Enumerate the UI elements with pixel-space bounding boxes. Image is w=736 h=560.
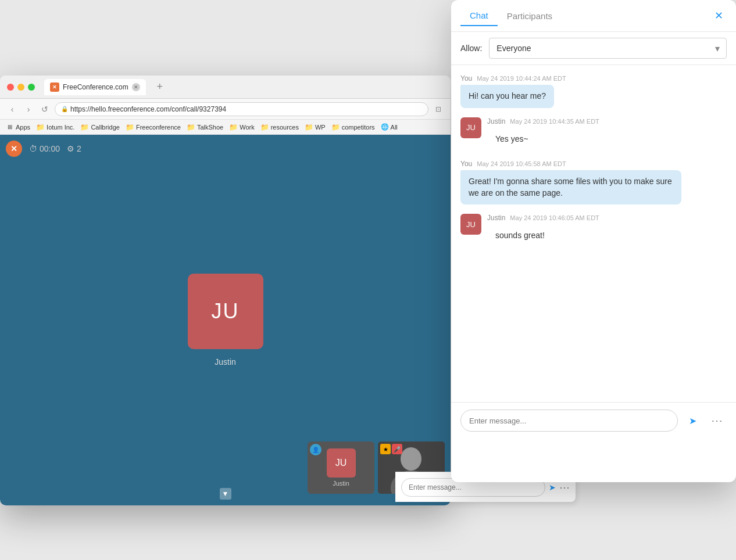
globe-icon: 🌐 bbox=[381, 123, 389, 131]
bookmark-iotum[interactable]: 📁 Iotum Inc. bbox=[36, 123, 74, 131]
sender-3: You bbox=[460, 160, 472, 168]
browser-toolbar: ‹ › ↺ 🔒 https://hello.freeconference.com… bbox=[0, 99, 451, 120]
messages-area: You May 24 2019 10:44:24 AM EDT Hi! can … bbox=[451, 65, 736, 402]
tab-favicon: ✕ bbox=[50, 82, 59, 92]
message-bubble-4: sounds great! bbox=[487, 224, 553, 247]
secondary-more-icon: ⋯ bbox=[559, 482, 570, 493]
screen-share-btn[interactable]: ⊡ bbox=[432, 103, 445, 116]
allow-select[interactable]: Everyone bbox=[489, 38, 727, 59]
minimize-traffic-light[interactable] bbox=[17, 84, 24, 91]
bookmark-work[interactable]: 📁 Work bbox=[229, 123, 254, 131]
time-2: May 24 2019 10:44:35 AM EDT bbox=[510, 118, 599, 125]
folder-icon: 📁 bbox=[187, 123, 195, 131]
thumbnail-name: Justin bbox=[333, 480, 349, 487]
sender-4: Justin bbox=[487, 214, 505, 222]
timer-icon: ⏱ bbox=[29, 144, 37, 153]
bookmark-resources[interactable]: 📁 resources bbox=[260, 123, 299, 131]
reload-btn[interactable]: ↺ bbox=[38, 103, 51, 116]
address-bar[interactable]: 🔒 https://hello.freeconference.com/conf/… bbox=[55, 102, 428, 116]
thumbnail-justin[interactable]: 👤 JU Justin bbox=[308, 441, 374, 494]
time-4: May 24 2019 10:46:05 AM EDT bbox=[510, 214, 599, 221]
conference-header: ✕ ⏱ 00:00 ⚙ 2 bbox=[6, 141, 81, 157]
bookmark-competitors[interactable]: 📁 competitors bbox=[331, 123, 375, 131]
message-meta-2: Justin May 24 2019 10:44:35 AM EDT bbox=[487, 117, 727, 125]
message-meta-4: Justin May 24 2019 10:46:05 AM EDT bbox=[487, 214, 727, 222]
conference-area: ✕ ⏱ 00:00 ⚙ 2 JU Justin 👤 JU Justin bbox=[0, 135, 451, 505]
new-tab-btn[interactable]: + bbox=[153, 80, 167, 94]
more-icon: ⋯ bbox=[711, 414, 723, 428]
browser-titlebar: ✕ FreeConference.com ✕ + bbox=[0, 76, 451, 99]
browser-tab[interactable]: ✕ FreeConference.com ✕ bbox=[44, 79, 146, 95]
message-bubble-1: Hi! can you hear me? bbox=[460, 85, 554, 108]
main-avatar-initials: JU bbox=[212, 299, 240, 324]
time-3: May 24 2019 10:45:58 AM EDT bbox=[477, 160, 566, 167]
secondary-more-btn[interactable]: ⋯ bbox=[559, 481, 570, 494]
message-meta-1: You May 24 2019 10:44:24 AM EDT bbox=[460, 74, 727, 82]
maximize-traffic-light[interactable] bbox=[28, 84, 35, 91]
timer-value: 00:00 bbox=[40, 144, 60, 153]
bookmark-wp[interactable]: 📁 WP bbox=[305, 123, 326, 131]
url-text: https://hello.freeconference.com/conf/ca… bbox=[70, 105, 226, 113]
apps-icon: ⊞ bbox=[6, 123, 14, 131]
conf-logo: ✕ bbox=[6, 141, 22, 157]
close-traffic-light[interactable] bbox=[7, 84, 14, 91]
justin-avatar-2: JU bbox=[460, 117, 481, 138]
chat-close-btn[interactable]: ✕ bbox=[710, 8, 727, 24]
bookmark-talkshoe[interactable]: 📁 TalkShoe bbox=[187, 123, 223, 131]
tab-chat[interactable]: Chat bbox=[460, 6, 498, 26]
sender-1: You bbox=[460, 74, 472, 82]
allow-select-wrapper[interactable]: Everyone ▾ bbox=[489, 38, 727, 59]
thumbnail-badges: ★ 🎤 bbox=[380, 444, 402, 454]
bookmark-callbridge[interactable]: 📁 Callbridge bbox=[80, 123, 120, 131]
star-badge: ★ bbox=[380, 444, 391, 454]
tab-close-btn[interactable]: ✕ bbox=[132, 83, 140, 91]
secondary-send-btn[interactable]: ➤ bbox=[549, 483, 556, 492]
folder-icon: 📁 bbox=[80, 123, 89, 131]
send-button[interactable]: ➤ bbox=[683, 411, 702, 430]
folder-icon: 📁 bbox=[229, 123, 238, 131]
message-group-3: You May 24 2019 10:45:58 AM EDT Great! I… bbox=[460, 160, 727, 204]
message-content-4: Justin May 24 2019 10:46:05 AM EDT sound… bbox=[487, 214, 727, 247]
chat-input-area: ➤ ⋯ bbox=[451, 402, 736, 439]
bookmark-work-label: Work bbox=[240, 124, 254, 131]
bookmark-freeconference[interactable]: 📁 Freeconference bbox=[126, 123, 181, 131]
chat-header: Chat Participants ✕ bbox=[451, 0, 736, 32]
message-input[interactable] bbox=[460, 410, 678, 432]
allow-bar: Allow: Everyone ▾ bbox=[451, 32, 736, 65]
main-avatar: JU bbox=[188, 274, 263, 349]
allow-label: Allow: bbox=[460, 44, 482, 53]
message-content-2: Justin May 24 2019 10:44:35 AM EDT Yes y… bbox=[487, 117, 727, 151]
message-meta-3: You May 24 2019 10:45:58 AM EDT bbox=[460, 160, 727, 168]
main-participant: JU Justin bbox=[188, 274, 263, 367]
chat-panel: Chat Participants ✕ Allow: Everyone ▾ Yo… bbox=[451, 0, 736, 482]
participants-icon: ⚙ bbox=[67, 144, 74, 153]
folder-icon: 📁 bbox=[126, 123, 134, 131]
more-options-button[interactable]: ⋯ bbox=[707, 411, 727, 430]
mic-badge: 🎤 bbox=[392, 444, 402, 454]
forward-btn[interactable]: › bbox=[22, 103, 35, 116]
svg-point-1 bbox=[401, 447, 421, 471]
message-row-4: JU Justin May 24 2019 10:46:05 AM EDT so… bbox=[460, 214, 727, 247]
folder-icon: 📁 bbox=[36, 123, 45, 131]
justin-avatar-4: JU bbox=[460, 214, 481, 235]
back-btn[interactable]: ‹ bbox=[6, 103, 19, 116]
message-group-1: You May 24 2019 10:44:24 AM EDT Hi! can … bbox=[460, 74, 727, 108]
main-participant-name: Justin bbox=[215, 357, 236, 367]
thumbnail-avatar: JU bbox=[327, 448, 356, 478]
avatar-badge: 👤 bbox=[310, 444, 321, 455]
folder-icon: 📁 bbox=[331, 123, 340, 131]
bookmarks-bar: ⊞ Apps 📁 Iotum Inc. 📁 Callbridge 📁 Freec… bbox=[0, 120, 451, 135]
bookmark-apps[interactable]: ⊞ Apps bbox=[6, 123, 30, 131]
scroll-down-btn[interactable]: ▼ bbox=[220, 488, 231, 500]
message-row-2: JU Justin May 24 2019 10:44:35 AM EDT Ye… bbox=[460, 117, 727, 151]
time-1: May 24 2019 10:44:24 AM EDT bbox=[477, 75, 566, 82]
conf-timer: ⏱ 00:00 bbox=[29, 144, 60, 153]
secondary-send-icon: ➤ bbox=[549, 483, 556, 492]
sender-2: Justin bbox=[487, 117, 505, 125]
message-bubble-2: Yes yes~ bbox=[487, 128, 537, 151]
bookmark-all[interactable]: 🌐 All bbox=[381, 123, 398, 131]
participants-count: 2 bbox=[77, 144, 81, 153]
tab-participants[interactable]: Participants bbox=[498, 6, 562, 26]
message-bubble-3: Great! I'm gonna share some files with y… bbox=[460, 170, 681, 204]
folder-icon: 📁 bbox=[260, 123, 269, 131]
